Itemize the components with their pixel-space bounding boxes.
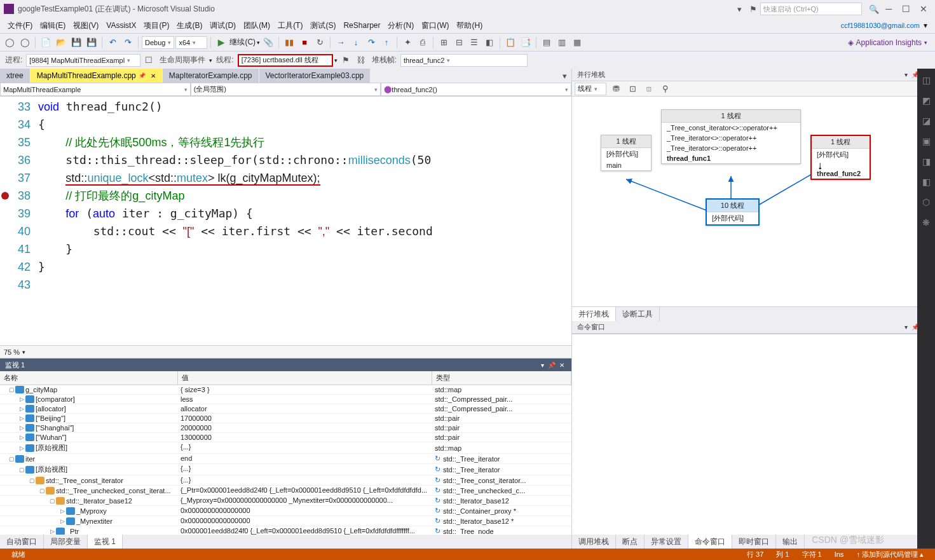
panel-dropdown-icon[interactable]: ▾: [903, 71, 910, 78]
tb-icon-k[interactable]: ▦: [570, 36, 584, 50]
quick-launch-input[interactable]: 快速启动 (Ctrl+Q): [760, 3, 862, 15]
tab-vectoriterator[interactable]: VectorIteratorExample03.cpp: [259, 69, 371, 83]
rbtab-callstack[interactable]: 调用堆栈: [572, 535, 616, 549]
ps-zoom-icon[interactable]: ⊡: [625, 82, 639, 96]
flag-filter-icon[interactable]: ⚑: [339, 53, 353, 67]
minimize-button[interactable]: ─: [881, 4, 896, 14]
ps-box-thread2[interactable]: 1 线程 [外部代码] ⭭ thread_func2: [810, 135, 871, 180]
parallel-stacks-title-bar[interactable]: 并行堆栈 ▾ 📌 ✕: [572, 69, 935, 81]
tb-icon-j[interactable]: ▥: [555, 36, 569, 50]
menu-vassistx[interactable]: VAssistX: [102, 20, 140, 31]
refresh-icon[interactable]: ↻: [435, 476, 440, 484]
watch-row[interactable]: ▷[原始视图]{...}std::map: [0, 442, 571, 454]
rbtab-cmd[interactable]: 命令窗口: [688, 535, 732, 549]
refresh-icon[interactable]: ↻: [435, 486, 440, 495]
tab-auto[interactable]: 自动窗口: [0, 535, 44, 549]
forward-icon[interactable]: ◯: [18, 36, 32, 50]
menu-tools[interactable]: 工具(T): [274, 19, 306, 32]
zoom-level[interactable]: 75 %: [4, 348, 20, 356]
menu-test[interactable]: 测试(S): [306, 19, 339, 32]
expand-icon[interactable]: ▷: [58, 518, 66, 524]
ps-view-combo[interactable]: 线程: [575, 83, 606, 95]
tb-icon-g[interactable]: 📋: [503, 36, 517, 50]
step-out-icon[interactable]: ↑: [379, 36, 393, 50]
redo-icon[interactable]: ↷: [121, 36, 135, 50]
menu-edit[interactable]: 编辑(E): [36, 19, 69, 32]
panel-pin-icon[interactable]: 📌: [546, 362, 557, 369]
expand-icon[interactable]: ▷: [18, 396, 25, 402]
watch-row[interactable]: ▢iterend↻std::_Tree_iterator: [0, 454, 571, 464]
expand-icon[interactable]: ▷: [18, 445, 25, 451]
menu-window[interactable]: 窗口(W): [418, 19, 453, 32]
expand-icon[interactable]: ▷: [18, 406, 25, 412]
expand-icon[interactable]: ▷: [18, 415, 25, 421]
expand-icon[interactable]: ▢: [8, 456, 15, 462]
lifecycle-icon[interactable]: ☐: [142, 53, 156, 67]
attach-icon[interactable]: 📎: [261, 36, 275, 50]
notification-icon[interactable]: ▾: [732, 2, 746, 16]
col-type[interactable]: 类型: [432, 371, 571, 385]
continue-button[interactable]: ▶: [214, 36, 228, 50]
expand-icon[interactable]: ▢: [8, 386, 15, 393]
back-icon[interactable]: ◯: [3, 36, 17, 50]
undo-icon[interactable]: ↶: [106, 36, 119, 50]
panel-dropdown-icon[interactable]: ▾: [539, 362, 546, 369]
ps-toggle-b-icon[interactable]: ⚲: [659, 82, 672, 96]
side-icon-7[interactable]: ⬡: [920, 197, 932, 210]
stackframe-combo[interactable]: thread_func2: [400, 54, 528, 67]
refresh-icon[interactable]: ↻: [435, 517, 440, 525]
nav-region[interactable]: (全局范围): [191, 83, 381, 96]
refresh-icon[interactable]: ↻: [435, 496, 440, 505]
tb-icon-f[interactable]: ◧: [482, 36, 496, 50]
code-editor[interactable]: 3334353637383940414243 void thread_func2…: [0, 97, 571, 345]
pause-icon[interactable]: ▮▮: [282, 36, 296, 50]
expand-icon[interactable]: ▢: [18, 467, 25, 473]
menu-resharper[interactable]: ReSharper: [339, 20, 384, 31]
maximize-button[interactable]: ☐: [899, 4, 914, 14]
menu-project[interactable]: 项目(P): [140, 19, 173, 32]
watch-row[interactable]: ▢std::_Tree_const_iterator{...}↻std::_Tr…: [0, 475, 571, 486]
watch-row[interactable]: ▷[allocator]allocatorstd::_Compressed_pa…: [0, 404, 571, 414]
status-source[interactable]: ↑ 添加到源代码管理 ▴: [850, 550, 930, 559]
tb-icon-c[interactable]: ⊞: [437, 36, 451, 50]
stop-icon[interactable]: ■: [297, 36, 311, 50]
open-icon[interactable]: 📂: [54, 36, 68, 50]
step-next-icon[interactable]: →: [334, 36, 348, 50]
refresh-icon[interactable]: ↻: [435, 454, 440, 463]
nav-func[interactable]: ⬤ thread_func2(): [381, 83, 571, 96]
tab-mapiterator[interactable]: MapIteratorExample.cpp: [163, 69, 259, 83]
platform-combo[interactable]: x64: [175, 36, 207, 49]
tb-icon-e[interactable]: ☰: [467, 36, 481, 50]
expand-icon[interactable]: ▢: [38, 488, 46, 494]
panel-dropdown-icon[interactable]: ▾: [903, 324, 910, 331]
menu-debug[interactable]: 调试(D): [206, 19, 240, 32]
watch-row[interactable]: ▢g_cityMap{ size=3 }std::map: [0, 385, 571, 395]
close-icon[interactable]: ✕: [151, 72, 156, 79]
expand-icon[interactable]: ▢: [48, 498, 56, 504]
refresh-icon[interactable]: ↻: [435, 507, 440, 515]
user-email[interactable]: ccf19881030@gmail.com: [841, 22, 920, 29]
watch-row[interactable]: ▷_Myproxy0x0000000000000000 ↻std::_Conta…: [0, 506, 571, 516]
rbtab-exceptions[interactable]: 异常设置: [645, 535, 688, 549]
side-icon-5[interactable]: ◨: [920, 156, 932, 169]
ps-filter-icon[interactable]: ⛃: [609, 82, 623, 96]
watch-row[interactable]: ▷_Ptr0x000001eedd8d24f0 {_Left=0x000001e…: [0, 526, 571, 535]
nav-scope[interactable]: MapMultiThreadExample: [0, 83, 191, 96]
tb-icon-a[interactable]: ✦: [400, 36, 414, 50]
pin-icon[interactable]: 📌: [139, 72, 146, 79]
command-window[interactable]: [572, 334, 935, 535]
menu-help[interactable]: 帮助(H): [453, 19, 486, 32]
side-icon-1[interactable]: ◫: [920, 75, 932, 88]
close-button[interactable]: ✕: [916, 4, 931, 14]
cmd-title-bar[interactable]: 命令窗口 ▾ 📌 ✕: [572, 321, 935, 334]
continue-label[interactable]: 继续(C): [229, 37, 256, 48]
menu-team[interactable]: 团队(M): [240, 19, 274, 32]
menu-file[interactable]: 文件(F): [4, 19, 36, 32]
ps-box-pool[interactable]: 10 线程 [外部代码]: [706, 198, 760, 226]
watch-row[interactable]: ▷_Mynextiter0x0000000000000000 ↻std::_It…: [0, 516, 571, 526]
tab-watch1[interactable]: 监视 1: [88, 535, 123, 549]
tab-dropdown-icon[interactable]: ▾: [557, 69, 571, 83]
watch-row[interactable]: ▷[comparator]lessstd::_Compressed_pair..…: [0, 395, 571, 404]
watch-row[interactable]: ▢std::_Iterator_base12{_Myproxy=0x000000…: [0, 496, 571, 506]
col-value[interactable]: 值: [178, 371, 432, 385]
